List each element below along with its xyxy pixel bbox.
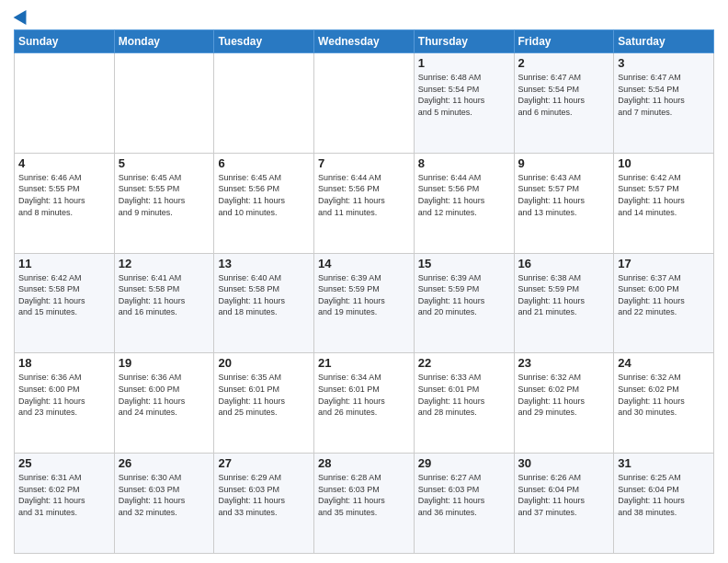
day-number: 7 <box>318 156 410 170</box>
day-number: 6 <box>218 156 310 170</box>
day-info: Sunrise: 6:45 AM Sunset: 5:55 PM Dayligh… <box>119 172 210 218</box>
calendar-cell: 27Sunrise: 6:29 AM Sunset: 6:03 PM Dayli… <box>214 454 314 554</box>
day-info: Sunrise: 6:47 AM Sunset: 5:54 PM Dayligh… <box>518 72 610 118</box>
day-info: Sunrise: 6:40 AM Sunset: 5:58 PM Dayligh… <box>218 272 310 318</box>
calendar-cell: 24Sunrise: 6:32 AM Sunset: 6:02 PM Dayli… <box>614 353 714 454</box>
calendar-cell: 6Sunrise: 6:45 AM Sunset: 5:56 PM Daylig… <box>214 153 314 253</box>
calendar-cell: 15Sunrise: 6:39 AM Sunset: 5:59 PM Dayli… <box>414 253 514 353</box>
calendar-cell: 25Sunrise: 6:31 AM Sunset: 6:02 PM Dayli… <box>15 454 115 554</box>
day-info: Sunrise: 6:31 AM Sunset: 6:02 PM Dayligh… <box>18 472 110 518</box>
calendar-header-tuesday: Tuesday <box>214 30 314 53</box>
day-info: Sunrise: 6:45 AM Sunset: 5:56 PM Dayligh… <box>218 172 310 218</box>
day-info: Sunrise: 6:37 AM Sunset: 6:00 PM Dayligh… <box>618 272 710 318</box>
calendar-week-4: 25Sunrise: 6:31 AM Sunset: 6:02 PM Dayli… <box>15 454 714 554</box>
day-info: Sunrise: 6:27 AM Sunset: 6:03 PM Dayligh… <box>418 472 510 518</box>
day-number: 1 <box>418 56 510 70</box>
day-info: Sunrise: 6:42 AM Sunset: 5:57 PM Dayligh… <box>618 172 710 218</box>
day-number: 21 <box>318 356 410 370</box>
calendar-header-monday: Monday <box>114 30 214 53</box>
calendar-cell: 23Sunrise: 6:32 AM Sunset: 6:02 PM Dayli… <box>514 353 614 454</box>
day-number: 28 <box>318 456 410 470</box>
day-number: 12 <box>119 257 210 270</box>
calendar-header-row: SundayMondayTuesdayWednesdayThursdayFrid… <box>15 30 714 53</box>
day-number: 10 <box>618 156 710 170</box>
calendar-cell: 4Sunrise: 6:46 AM Sunset: 5:55 PM Daylig… <box>15 153 115 253</box>
day-info: Sunrise: 6:41 AM Sunset: 5:58 PM Dayligh… <box>119 272 210 318</box>
day-info: Sunrise: 6:38 AM Sunset: 5:59 PM Dayligh… <box>518 272 610 318</box>
day-number: 23 <box>518 356 610 370</box>
calendar-cell: 20Sunrise: 6:35 AM Sunset: 6:01 PM Dayli… <box>214 353 314 454</box>
calendar-cell: 5Sunrise: 6:45 AM Sunset: 5:55 PM Daylig… <box>114 153 214 253</box>
day-number: 20 <box>218 356 310 370</box>
calendar-cell: 9Sunrise: 6:43 AM Sunset: 5:57 PM Daylig… <box>514 153 614 253</box>
calendar-header-thursday: Thursday <box>414 30 514 53</box>
day-number: 13 <box>218 257 310 270</box>
day-number: 4 <box>18 156 110 170</box>
day-info: Sunrise: 6:46 AM Sunset: 5:55 PM Dayligh… <box>18 172 110 218</box>
day-number: 25 <box>18 456 110 470</box>
day-info: Sunrise: 6:48 AM Sunset: 5:54 PM Dayligh… <box>418 72 510 118</box>
day-info: Sunrise: 6:47 AM Sunset: 5:54 PM Dayligh… <box>618 72 710 118</box>
page: SundayMondayTuesdayWednesdayThursdayFrid… <box>0 0 728 563</box>
day-info: Sunrise: 6:32 AM Sunset: 6:02 PM Dayligh… <box>518 372 610 418</box>
day-number: 31 <box>618 456 710 470</box>
calendar-cell: 10Sunrise: 6:42 AM Sunset: 5:57 PM Dayli… <box>614 153 714 253</box>
calendar-cell: 11Sunrise: 6:42 AM Sunset: 5:58 PM Dayli… <box>15 253 115 353</box>
calendar-week-1: 4Sunrise: 6:46 AM Sunset: 5:55 PM Daylig… <box>15 153 714 253</box>
calendar-cell: 22Sunrise: 6:33 AM Sunset: 6:01 PM Dayli… <box>414 353 514 454</box>
calendar-cell: 21Sunrise: 6:34 AM Sunset: 6:01 PM Dayli… <box>314 353 415 454</box>
calendar-header-sunday: Sunday <box>15 30 115 53</box>
day-number: 11 <box>18 257 110 270</box>
calendar-cell: 28Sunrise: 6:28 AM Sunset: 6:03 PM Dayli… <box>314 454 415 554</box>
day-info: Sunrise: 6:42 AM Sunset: 5:58 PM Dayligh… <box>18 272 110 318</box>
day-number: 5 <box>119 156 210 170</box>
calendar-cell: 16Sunrise: 6:38 AM Sunset: 5:59 PM Dayli… <box>514 253 614 353</box>
calendar-header-saturday: Saturday <box>614 30 714 53</box>
day-number: 3 <box>618 56 710 70</box>
calendar-cell <box>214 53 314 154</box>
calendar-header-friday: Friday <box>514 30 614 53</box>
calendar-cell: 17Sunrise: 6:37 AM Sunset: 6:00 PM Dayli… <box>614 253 714 353</box>
day-info: Sunrise: 6:26 AM Sunset: 6:04 PM Dayligh… <box>518 472 610 518</box>
day-number: 27 <box>218 456 310 470</box>
calendar-cell <box>114 53 214 154</box>
calendar-cell: 18Sunrise: 6:36 AM Sunset: 6:00 PM Dayli… <box>15 353 115 454</box>
calendar-cell: 8Sunrise: 6:44 AM Sunset: 5:56 PM Daylig… <box>414 153 514 253</box>
day-info: Sunrise: 6:39 AM Sunset: 5:59 PM Dayligh… <box>318 272 410 318</box>
calendar-cell: 13Sunrise: 6:40 AM Sunset: 5:58 PM Dayli… <box>214 253 314 353</box>
calendar-cell: 2Sunrise: 6:47 AM Sunset: 5:54 PM Daylig… <box>514 53 614 154</box>
day-number: 26 <box>119 456 210 470</box>
day-info: Sunrise: 6:32 AM Sunset: 6:02 PM Dayligh… <box>618 372 710 418</box>
day-number: 2 <box>518 56 610 70</box>
day-number: 18 <box>18 356 110 370</box>
calendar-cell: 30Sunrise: 6:26 AM Sunset: 6:04 PM Dayli… <box>514 454 614 554</box>
day-number: 14 <box>318 257 410 270</box>
day-info: Sunrise: 6:39 AM Sunset: 5:59 PM Dayligh… <box>418 272 510 318</box>
calendar: SundayMondayTuesdayWednesdayThursdayFrid… <box>14 29 714 554</box>
day-number: 29 <box>418 456 510 470</box>
day-number: 17 <box>618 257 710 270</box>
day-info: Sunrise: 6:25 AM Sunset: 6:04 PM Dayligh… <box>618 472 710 518</box>
day-info: Sunrise: 6:43 AM Sunset: 5:57 PM Dayligh… <box>518 172 610 218</box>
calendar-header-wednesday: Wednesday <box>314 30 415 53</box>
day-info: Sunrise: 6:44 AM Sunset: 5:56 PM Dayligh… <box>418 172 510 218</box>
calendar-week-3: 18Sunrise: 6:36 AM Sunset: 6:00 PM Dayli… <box>15 353 714 454</box>
day-number: 19 <box>119 356 210 370</box>
day-info: Sunrise: 6:44 AM Sunset: 5:56 PM Dayligh… <box>318 172 410 218</box>
calendar-cell: 26Sunrise: 6:30 AM Sunset: 6:03 PM Dayli… <box>114 454 214 554</box>
calendar-cell: 19Sunrise: 6:36 AM Sunset: 6:00 PM Dayli… <box>114 353 214 454</box>
calendar-week-0: 1Sunrise: 6:48 AM Sunset: 5:54 PM Daylig… <box>15 53 714 154</box>
calendar-cell <box>15 53 115 154</box>
day-number: 9 <box>518 156 610 170</box>
day-number: 15 <box>418 257 510 270</box>
calendar-cell: 12Sunrise: 6:41 AM Sunset: 5:58 PM Dayli… <box>114 253 214 353</box>
day-info: Sunrise: 6:29 AM Sunset: 6:03 PM Dayligh… <box>218 472 310 518</box>
logo <box>14 9 30 22</box>
day-info: Sunrise: 6:30 AM Sunset: 6:03 PM Dayligh… <box>119 472 210 518</box>
calendar-cell: 1Sunrise: 6:48 AM Sunset: 5:54 PM Daylig… <box>414 53 514 154</box>
day-info: Sunrise: 6:28 AM Sunset: 6:03 PM Dayligh… <box>318 472 410 518</box>
calendar-cell: 7Sunrise: 6:44 AM Sunset: 5:56 PM Daylig… <box>314 153 415 253</box>
calendar-cell: 29Sunrise: 6:27 AM Sunset: 6:03 PM Dayli… <box>414 454 514 554</box>
calendar-cell: 14Sunrise: 6:39 AM Sunset: 5:59 PM Dayli… <box>314 253 415 353</box>
day-info: Sunrise: 6:36 AM Sunset: 6:00 PM Dayligh… <box>18 372 110 418</box>
